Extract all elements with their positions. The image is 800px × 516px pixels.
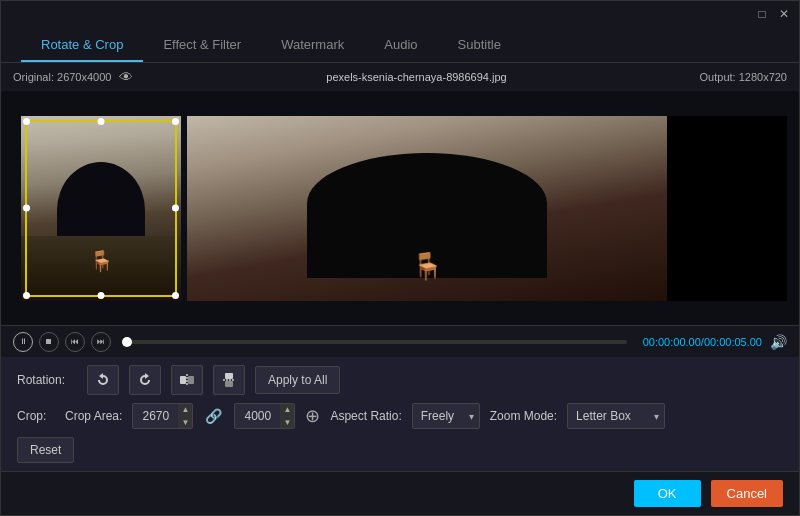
tab-watermark[interactable]: Watermark xyxy=(261,29,364,62)
zoom-mode-select[interactable]: Letter Box Pan & Scan Full xyxy=(567,403,665,429)
zoom-mode-label: Zoom Mode: xyxy=(490,409,557,423)
aspect-ratio-label: Aspect Ratio: xyxy=(330,409,401,423)
maximize-button[interactable]: □ xyxy=(755,7,769,21)
rotate-ccw-button[interactable] xyxy=(87,365,119,395)
time-display: 00:00:00.00/00:00:05.00 xyxy=(643,336,762,348)
svg-rect-4 xyxy=(225,381,233,387)
output-image: 🪑 xyxy=(187,116,787,301)
timeline-thumb[interactable] xyxy=(122,337,132,347)
original-size-label: Original: 2670x4000 xyxy=(13,71,111,83)
aspect-ratio-wrapper: Freely 16:9 4:3 1:1 9:16 ▾ xyxy=(412,403,480,429)
center-crop-icon[interactable]: ⊕ xyxy=(305,405,320,427)
svg-rect-0 xyxy=(180,376,186,384)
tab-bar: Rotate & Crop Effect & Filter Watermark … xyxy=(1,27,799,63)
crop-width-input-wrapper: ▲ ▼ xyxy=(132,403,193,429)
apply-all-button[interactable]: Apply to All xyxy=(255,366,340,394)
crop-height-input-wrapper: ▲ ▼ xyxy=(234,403,295,429)
output-image-wrapper: 🪑 xyxy=(187,116,787,301)
rotation-label: Rotation: xyxy=(17,373,77,387)
chairs-shape: 🪑 xyxy=(89,249,114,273)
crop-width-input[interactable] xyxy=(133,409,178,423)
crop-label: Crop: xyxy=(17,409,55,423)
file-info-bar: Original: 2670x4000 👁 pexels-ksenia-cher… xyxy=(1,63,799,91)
timeline-controls: ⏸ ⏹ ⏮ ⏭ xyxy=(13,332,111,352)
next-button[interactable]: ⏭ xyxy=(91,332,111,352)
cancel-button[interactable]: Cancel xyxy=(711,480,783,507)
flip-vertical-button[interactable] xyxy=(213,365,245,395)
crop-height-increment[interactable]: ▲ xyxy=(280,403,294,416)
title-bar: □ ✕ xyxy=(1,1,799,27)
tab-audio[interactable]: Audio xyxy=(364,29,437,62)
source-image: 🪑 xyxy=(21,116,181,301)
footer-bar: OK Cancel xyxy=(1,471,799,515)
crop-height-spinners: ▲ ▼ xyxy=(280,403,294,429)
rotate-cw-button[interactable] xyxy=(129,365,161,395)
stop-button[interactable]: ⏹ xyxy=(39,332,59,352)
output-image-content: 🪑 xyxy=(187,116,667,301)
source-image-wrapper: 🪑 xyxy=(21,116,181,301)
crop-width-spinners: ▲ ▼ xyxy=(178,403,192,429)
output-size-label: Output: 1280x720 xyxy=(700,71,787,83)
svg-rect-1 xyxy=(188,376,194,384)
preview-area: Original: 2670x4000 👁 pexels-ksenia-cher… xyxy=(1,63,799,357)
reset-row: Reset xyxy=(17,437,783,463)
rotation-row: Rotation: xyxy=(17,365,783,395)
output-image-inner: 🪑 xyxy=(187,116,787,301)
close-button[interactable]: ✕ xyxy=(777,7,791,21)
filename-label: pexels-ksenia-chernaya-8986694.jpg xyxy=(326,71,506,83)
svg-rect-3 xyxy=(225,373,233,379)
tab-effect-filter[interactable]: Effect & Filter xyxy=(143,29,261,62)
volume-icon[interactable]: 🔊 xyxy=(770,334,787,350)
crop-row: Crop: Crop Area: ▲ ▼ 🔗 ▲ ▼ xyxy=(17,403,783,429)
crop-width-decrement[interactable]: ▼ xyxy=(178,416,192,429)
zoom-mode-wrapper: Letter Box Pan & Scan Full ▾ xyxy=(567,403,665,429)
link-dimensions-icon[interactable]: 🔗 xyxy=(205,408,222,424)
window-controls: □ ✕ xyxy=(755,7,791,21)
crop-area-label: Crop Area: xyxy=(65,409,122,423)
aspect-ratio-select[interactable]: Freely 16:9 4:3 1:1 9:16 xyxy=(412,403,480,429)
file-info-left: Original: 2670x4000 👁 xyxy=(13,69,133,85)
tab-subtitle[interactable]: Subtitle xyxy=(438,29,521,62)
main-window: □ ✕ Rotate & Crop Effect & Filter Waterm… xyxy=(0,0,800,516)
crop-height-input[interactable] xyxy=(235,409,280,423)
timeline-bar: ⏸ ⏹ ⏮ ⏭ 00:00:00.00/00:00:05.00 🔊 xyxy=(1,325,799,357)
visibility-icon[interactable]: 👁 xyxy=(119,69,133,85)
bottom-controls: Rotation: xyxy=(1,357,799,471)
timeline-track[interactable] xyxy=(127,340,627,344)
crop-width-increment[interactable]: ▲ xyxy=(178,403,192,416)
prev-button[interactable]: ⏮ xyxy=(65,332,85,352)
images-container: 🪑 xyxy=(1,91,799,325)
reset-button[interactable]: Reset xyxy=(17,437,74,463)
tab-rotate-crop[interactable]: Rotate & Crop xyxy=(21,29,143,62)
image-simulation: 🪑 xyxy=(21,116,181,301)
preview-canvas: 🪑 xyxy=(1,91,799,325)
crop-height-decrement[interactable]: ▼ xyxy=(280,416,294,429)
pause-button[interactable]: ⏸ xyxy=(13,332,33,352)
output-black-bars xyxy=(667,116,787,301)
ok-button[interactable]: OK xyxy=(634,480,701,507)
flip-horizontal-button[interactable] xyxy=(171,365,203,395)
